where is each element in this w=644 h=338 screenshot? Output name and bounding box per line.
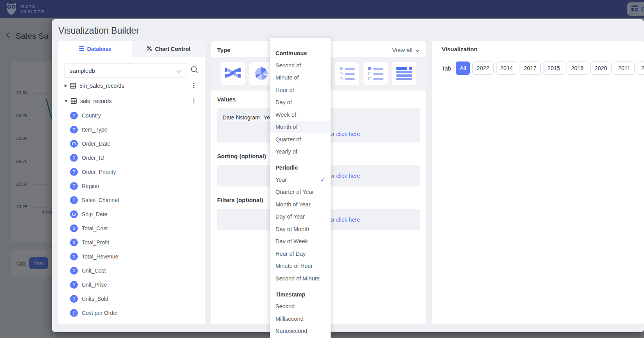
number-field-icon: 1 bbox=[70, 154, 78, 162]
field-item[interactable]: 1Total_Cost bbox=[58, 221, 205, 235]
field-item[interactable]: 1Unit_Cost bbox=[58, 264, 205, 278]
chart-type-multi-select-list[interactable] bbox=[363, 62, 388, 85]
dropdown-item[interactable]: Hour of bbox=[270, 84, 331, 96]
caret-expanded-icon[interactable] bbox=[65, 100, 68, 102]
dropdown-item-label: Second of Minute bbox=[275, 275, 320, 282]
viz-year-tab[interactable]: 2011 bbox=[614, 61, 635, 75]
table-icon bbox=[70, 83, 76, 89]
dropdown-item[interactable]: Millisecond bbox=[270, 313, 331, 325]
dropdown-group-header: Continuous bbox=[270, 47, 331, 59]
field-item[interactable]: TItem_Type bbox=[58, 123, 205, 137]
formula-field-icon: ƒ bbox=[70, 309, 78, 317]
number-field-icon: 1 bbox=[70, 253, 78, 260]
table-icon bbox=[71, 98, 77, 104]
chart-type-sankey[interactable] bbox=[221, 62, 245, 85]
dropdown-item[interactable]: Yearly of bbox=[270, 146, 331, 158]
dropdown-item-label: Hour of Day bbox=[275, 251, 306, 257]
dropdown-item[interactable]: Second of bbox=[270, 59, 331, 72]
dropdown-item-label: Day of Year bbox=[275, 213, 305, 220]
dropdown-item[interactable]: Second of Minute bbox=[270, 272, 331, 285]
tab-chart-control[interactable]: Chart Control bbox=[132, 41, 205, 57]
type-section-label: Type bbox=[217, 47, 230, 53]
chart-type-single-select-list[interactable] bbox=[335, 62, 359, 85]
click-here-link[interactable]: click here bbox=[336, 217, 360, 223]
kebab-menu-icon[interactable] bbox=[191, 83, 196, 89]
text-field-icon: T bbox=[70, 168, 78, 176]
dropdown-item[interactable]: Second bbox=[270, 300, 331, 313]
number-field-icon: 1 bbox=[70, 267, 78, 275]
dropdown-item[interactable]: Day of Week bbox=[270, 235, 331, 248]
viz-year-tab[interactable]: 2019 bbox=[637, 61, 644, 75]
dropdown-item[interactable]: Day of Month bbox=[270, 223, 331, 235]
viz-year-tab[interactable]: 2022 bbox=[472, 61, 493, 75]
field-item[interactable]: 1Order_ID bbox=[58, 151, 205, 165]
visualization-tab-row: Tab All202220142017201520162020201120192 bbox=[442, 61, 644, 75]
dropdown-item-label: Month of bbox=[275, 124, 297, 130]
dropdown-item-label: Day of bbox=[275, 99, 292, 105]
number-field-icon: 1 bbox=[70, 281, 78, 289]
modal-title: Visualization Builder bbox=[58, 25, 139, 36]
viz-year-tab[interactable]: 2015 bbox=[543, 61, 564, 75]
dropdown-item-label: Quarter of bbox=[275, 136, 301, 143]
field-item[interactable]: TCountry bbox=[58, 108, 205, 123]
field-item[interactable]: TRegion bbox=[58, 179, 205, 193]
chart-type-table[interactable] bbox=[392, 62, 416, 85]
brand-name: DATA INSIDER bbox=[21, 4, 45, 14]
dashboard-grid-icon bbox=[631, 5, 638, 13]
viz-year-tab[interactable]: All bbox=[456, 61, 470, 75]
table-row[interactable]: sale_records bbox=[58, 93, 205, 108]
dropdown-item[interactable]: Month of bbox=[270, 121, 331, 134]
field-name: Item_Type bbox=[82, 127, 107, 133]
dropdown-item[interactable]: Minute of bbox=[270, 72, 331, 84]
field-name: Cost per Order bbox=[82, 310, 118, 316]
dashboards-button[interactable]: Dashboards bbox=[627, 2, 644, 16]
dropdown-item[interactable]: Week of bbox=[270, 108, 331, 121]
dropdown-item[interactable]: Day of Year bbox=[270, 211, 331, 223]
dropdown-item[interactable]: Hour of Day bbox=[270, 248, 331, 260]
field-name: Total_Profit bbox=[82, 239, 109, 246]
table-name: sale_records bbox=[80, 98, 191, 104]
field-item[interactable]: Ship_Date bbox=[58, 207, 205, 221]
viz-year-tab[interactable]: 2020 bbox=[590, 61, 612, 75]
search-icon[interactable] bbox=[190, 65, 199, 76]
field-item[interactable]: 1Units_Sold bbox=[58, 292, 205, 306]
field-item[interactable]: TSales_Channel bbox=[58, 193, 205, 207]
field-name: Order_Date bbox=[82, 141, 110, 147]
number-field-icon: 1 bbox=[70, 295, 78, 303]
dropdown-item[interactable]: Minute of Hour bbox=[270, 260, 331, 273]
field-name: Units_Sold bbox=[82, 296, 108, 302]
visualization-title: Visualization bbox=[442, 46, 477, 52]
field-item[interactable]: Order_Date bbox=[58, 137, 205, 151]
field-item[interactable]: ƒCost per Order bbox=[58, 306, 205, 320]
click-here-link[interactable]: click here bbox=[336, 173, 360, 179]
field-item[interactable]: 1Total_Revenue bbox=[58, 249, 205, 264]
date-histogram-chip[interactable]: Date histogram bbox=[223, 114, 260, 121]
dropdown-item[interactable]: Day of bbox=[270, 96, 331, 109]
field-name: Sales_Channel bbox=[82, 197, 119, 203]
values-chips: Date histogram Year bbox=[223, 114, 275, 121]
caret-collapsed-icon[interactable] bbox=[65, 84, 67, 87]
viz-year-tab[interactable]: 2014 bbox=[496, 61, 517, 75]
view-all-button[interactable]: View all bbox=[392, 47, 420, 53]
dropdown-item[interactable]: Year✓ bbox=[270, 174, 331, 186]
field-item[interactable]: 1Total_Profit bbox=[58, 235, 205, 249]
dropdown-item[interactable]: Quarter of bbox=[270, 133, 331, 146]
tab-database[interactable]: Database bbox=[58, 41, 132, 57]
dropdown-item[interactable]: Nanosecond bbox=[270, 325, 331, 338]
chevron-down-icon bbox=[415, 47, 420, 53]
viz-year-tab[interactable]: 2016 bbox=[567, 61, 588, 75]
table-name: 5m_sales_records bbox=[79, 83, 191, 89]
datasource-select[interactable]: sampledb bbox=[65, 63, 186, 78]
table-row[interactable]: 5m_sales_records bbox=[58, 78, 205, 93]
dropdown-item[interactable]: Quarter of Year bbox=[270, 186, 331, 199]
text-field-icon: T bbox=[70, 112, 78, 119]
dropdown-item-label: Week of bbox=[275, 112, 296, 118]
kebab-menu-icon[interactable] bbox=[191, 98, 196, 104]
radio-list-icon bbox=[340, 67, 355, 80]
viz-year-tab[interactable]: 2017 bbox=[520, 61, 541, 75]
field-item[interactable]: TOrder_Priority bbox=[58, 165, 205, 179]
dropdown-item[interactable]: Month of Year bbox=[270, 198, 331, 211]
field-item[interactable]: 1Unit_Price bbox=[58, 278, 205, 292]
table-chart-icon bbox=[396, 67, 412, 80]
click-here-link[interactable]: click here bbox=[336, 131, 360, 137]
